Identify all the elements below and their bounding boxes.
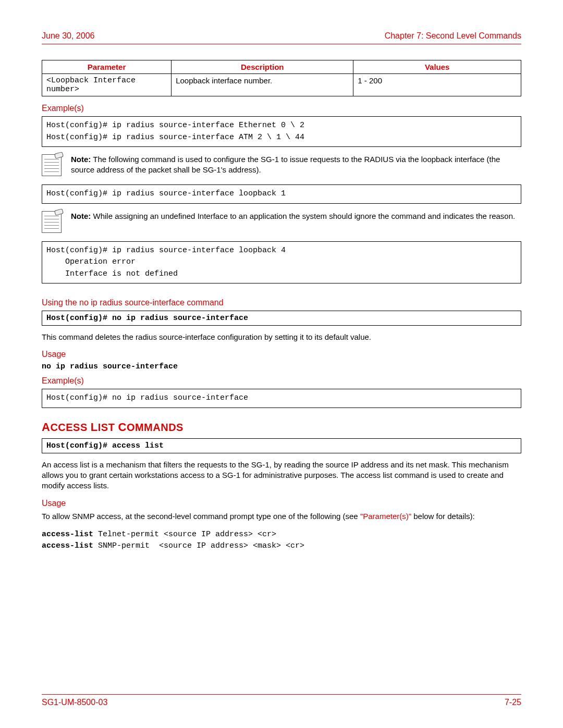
note-body: The following command is used to configu… bbox=[71, 155, 500, 174]
no-cmd-description: This command deletes the radius source-i… bbox=[42, 332, 521, 342]
parameter-table: Parameter Description Values <Loopback I… bbox=[42, 60, 521, 96]
th-description: Description bbox=[172, 60, 353, 74]
note-icon bbox=[42, 154, 62, 176]
note-label: Note: bbox=[71, 212, 91, 220]
th-values: Values bbox=[353, 60, 521, 74]
examples-heading-2: Example(s) bbox=[42, 376, 521, 386]
usage-line1-args: Telnet-permit <source IP address> <cr> bbox=[93, 530, 276, 539]
header-rule bbox=[42, 44, 521, 44]
no-cmd-usage: no ip radius source-interface bbox=[42, 362, 521, 371]
access-cmd-box: Host(config)# access list bbox=[42, 438, 521, 453]
page-footer: SG1-UM-8500-03 7-25 bbox=[42, 690, 521, 708]
footer-pagenum: 7-25 bbox=[505, 698, 521, 707]
access-list-section-title: ACCESS LIST COMMANDS bbox=[42, 421, 521, 434]
footer-rule bbox=[42, 694, 521, 695]
cell-parameter: <Loopback Interface number> bbox=[42, 74, 172, 96]
access-usage-intro: To allow SNMP access, at the second-leve… bbox=[42, 511, 521, 522]
usage-line1-cmd: access-list bbox=[42, 530, 93, 539]
note-icon bbox=[42, 211, 62, 233]
usage-line2-cmd: access-list bbox=[42, 541, 93, 550]
usage-heading-2: Usage bbox=[42, 499, 521, 508]
note-block-2: Note: While assigning an undefined Inter… bbox=[42, 211, 521, 233]
note-text-1: Note: The following command is used to c… bbox=[71, 154, 521, 176]
header-date: June 30, 2006 bbox=[42, 31, 94, 41]
cell-values: 1 - 200 bbox=[353, 74, 521, 96]
code-example-2: Host(config)# ip radius source-interface… bbox=[42, 184, 521, 204]
access-description: An access list is a mechanism that filte… bbox=[42, 460, 521, 491]
examples-heading: Example(s) bbox=[42, 104, 521, 113]
usage-line2-args: SNMP-permit <source IP address> <mask> <… bbox=[93, 541, 304, 550]
table-row: <Loopback Interface number> Loopback int… bbox=[42, 74, 521, 96]
code-example-3: Host(config)# ip radius source-interface… bbox=[42, 241, 521, 284]
footer-docid: SG1-UM-8500-03 bbox=[42, 698, 107, 707]
parameters-link[interactable]: "Parameter(s)" bbox=[360, 512, 411, 521]
th-parameter: Parameter bbox=[42, 60, 172, 74]
no-cmd-box: Host(config)# no ip radius source-interf… bbox=[42, 311, 521, 326]
access-usage-post: below for details): bbox=[411, 512, 475, 521]
cell-description: Loopback interface number. bbox=[172, 74, 353, 96]
code-example-4: Host(config)# no ip radius source-interf… bbox=[42, 389, 521, 408]
header-chapter: Chapter 7: Second Level Commands bbox=[385, 31, 521, 41]
access-usage-lines: access-list Telnet-permit <source IP add… bbox=[42, 529, 521, 552]
usage-heading: Usage bbox=[42, 350, 521, 359]
code-example-1: Host(config)# ip radius source-interface… bbox=[42, 116, 521, 147]
note-block-1: Note: The following command is used to c… bbox=[42, 154, 521, 176]
note-text-2: Note: While assigning an undefined Inter… bbox=[71, 211, 515, 221]
access-usage-pre: To allow SNMP access, at the second-leve… bbox=[42, 512, 360, 521]
no-cmd-heading: Using the no ip radius source-interface … bbox=[42, 298, 521, 307]
note-label: Note: bbox=[71, 155, 91, 164]
note-body: While assigning an undefined Interface t… bbox=[91, 212, 515, 220]
page-header: June 30, 2006 Chapter 7: Second Level Co… bbox=[42, 31, 521, 41]
